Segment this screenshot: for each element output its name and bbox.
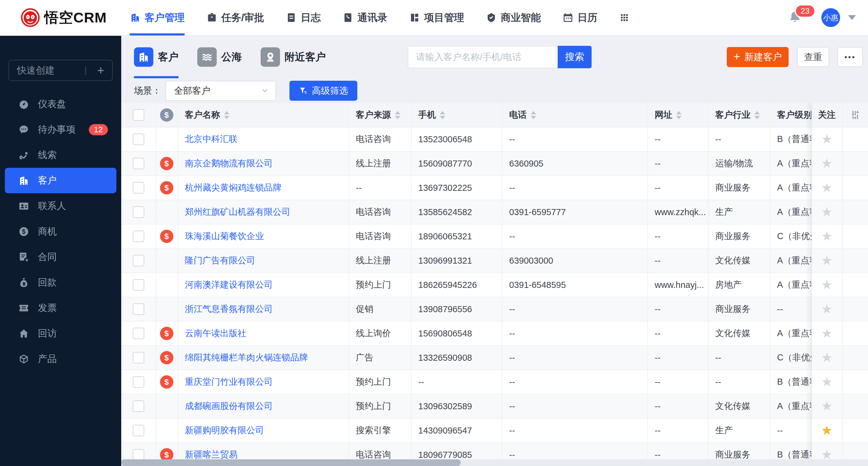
follow-star-icon[interactable]: ★ xyxy=(821,279,833,291)
follow-star-icon[interactable]: ★ xyxy=(821,206,833,219)
customer-name-link[interactable]: 新疆购明胶有限公司 xyxy=(185,425,264,437)
industry-cell: 生产 xyxy=(708,419,770,442)
follow-star-icon[interactable]: ★ xyxy=(821,303,833,316)
customer-name-link[interactable]: 杭州藏尖黄焖鸡连锁品牌 xyxy=(185,182,282,194)
row-checkbox[interactable] xyxy=(133,303,144,315)
nav-business-intelligence[interactable]: 商业智能 xyxy=(486,0,541,35)
deal-cell: $ xyxy=(155,395,178,418)
column-header-phone[interactable]: 电话 xyxy=(502,103,647,127)
sidebar-item-todo[interactable]: 待办事项 12 xyxy=(0,117,121,142)
tab-customers[interactable]: 客户 xyxy=(134,36,179,78)
follow-star-icon[interactable]: ★ xyxy=(821,254,833,267)
create-customer-button[interactable]: + 新建客户 xyxy=(727,47,788,67)
follow-star-icon[interactable]: ★ xyxy=(821,133,833,146)
tab-nearby-customers[interactable]: 附近客户 xyxy=(261,36,326,78)
phone-cell: 639003000 xyxy=(502,249,647,272)
column-header-industry[interactable]: 客户行业 xyxy=(708,103,770,127)
customer-name-link[interactable]: 河南澳洋建设有限公司 xyxy=(185,279,273,291)
row-checkbox[interactable] xyxy=(133,328,144,339)
nav-tasks-approvals[interactable]: 任务/审批 xyxy=(207,0,264,35)
nav-journal[interactable]: 日志 xyxy=(286,0,321,35)
source-cell: 预约上门 xyxy=(348,395,411,418)
nav-contacts-book[interactable]: 通讯录 xyxy=(342,0,387,35)
column-header-website[interactable]: 网址 xyxy=(647,103,708,127)
row-checkbox[interactable] xyxy=(133,182,144,194)
dedupe-button[interactable]: 查重 xyxy=(797,47,829,67)
quick-create-button[interactable]: 快速创建 | + xyxy=(8,60,113,81)
customers-tab-icon xyxy=(134,47,153,67)
search-input[interactable] xyxy=(408,46,558,68)
follow-star-icon[interactable]: ★ xyxy=(821,230,833,243)
row-checkbox[interactable] xyxy=(133,401,144,412)
follow-star-icon[interactable]: ★ xyxy=(821,157,833,170)
deal-cell: $ xyxy=(155,370,178,394)
sort-icon[interactable] xyxy=(531,111,536,119)
sidebar-item-contacts[interactable]: 联系人 xyxy=(0,193,121,219)
customer-name-link[interactable]: 新疆喀兰贸易 xyxy=(185,449,238,461)
row-checkbox[interactable] xyxy=(133,425,144,436)
user-menu-caret-icon[interactable] xyxy=(848,15,856,20)
sidebar-item-products[interactable]: 产品 xyxy=(0,346,121,372)
customer-name-link[interactable]: 云南午读出版社 xyxy=(185,327,246,340)
customer-name-link[interactable]: 重庆堂门竹业有限公司 xyxy=(185,376,273,388)
plus-icon[interactable]: + xyxy=(97,64,104,77)
sort-icon[interactable] xyxy=(395,111,400,119)
search-button[interactable]: 搜索 xyxy=(558,46,592,68)
column-header-source[interactable]: 客户来源 xyxy=(348,103,411,127)
advanced-filter-button[interactable]: 高级筛选 xyxy=(289,81,357,101)
follow-star-icon[interactable]: ★ xyxy=(821,424,833,437)
follow-star-icon[interactable]: ★ xyxy=(821,351,833,364)
more-actions-button[interactable]: ••• xyxy=(837,47,863,67)
nav-project-management[interactable]: 项目管理 xyxy=(409,0,464,35)
customer-name-link[interactable]: 郑州红旗矿山机器有限公司 xyxy=(185,206,290,218)
row-checkbox[interactable] xyxy=(133,158,144,169)
sidebar-item-receivables[interactable]: 回款 xyxy=(0,270,121,295)
customer-name-link[interactable]: 珠海溪山菊餐饮企业 xyxy=(185,230,264,242)
row-checkbox[interactable] xyxy=(133,206,144,218)
sort-icon[interactable] xyxy=(440,111,445,119)
sort-icon[interactable] xyxy=(754,111,760,119)
sidebar-item-opportunities[interactable]: 商机 xyxy=(0,219,121,244)
sidebar-item-revisits[interactable]: 回访 xyxy=(0,321,121,346)
sidebar-item-dashboard[interactable]: 仪表盘 xyxy=(0,91,121,117)
sidebar: 快速创建 | + 仪表盘 待办事项 12 线索 客户 联系人 商机 xyxy=(0,36,121,466)
sidebar-item-customers[interactable]: 客户 xyxy=(5,168,116,193)
follow-star-icon[interactable]: ★ xyxy=(821,376,833,388)
column-header-level[interactable]: 客户级别 xyxy=(770,103,811,127)
sidebar-item-invoices[interactable]: 发票 xyxy=(0,295,121,321)
nav-customer-management[interactable]: 客户管理 xyxy=(130,0,185,35)
tab-public-pool[interactable]: 公海 xyxy=(197,36,242,78)
column-header-name[interactable]: 客户名称 xyxy=(178,103,348,127)
sidebar-item-contracts[interactable]: 合同 xyxy=(0,244,121,270)
customer-name-link[interactable]: 南京企鹅物流有限公司 xyxy=(185,157,273,170)
customer-name-link[interactable]: 浙江气息香氛有限公司 xyxy=(185,303,273,315)
row-checkbox[interactable] xyxy=(133,255,144,266)
row-checkbox[interactable] xyxy=(133,231,144,242)
sort-icon[interactable] xyxy=(676,111,682,119)
row-end-cell xyxy=(842,127,868,151)
row-checkbox[interactable] xyxy=(133,352,144,363)
customer-name-link[interactable]: 绵阳其纯栅栏羊肉火锅连锁品牌 xyxy=(185,352,308,364)
column-header-mobile[interactable]: 手机 xyxy=(411,103,502,127)
scene-select[interactable]: 全部客户 xyxy=(165,81,276,101)
customer-name-link[interactable]: 北京中科汇联 xyxy=(185,133,238,145)
row-checkbox[interactable] xyxy=(133,449,144,461)
select-all-checkbox[interactable] xyxy=(133,109,144,121)
customer-name-link[interactable]: 成都碗画股份有限公司 xyxy=(185,400,273,412)
apps-grid-button[interactable] xyxy=(619,0,629,35)
row-end-cell xyxy=(842,346,868,370)
row-checkbox[interactable] xyxy=(133,376,144,388)
sidebar-item-leads[interactable]: 线索 xyxy=(0,142,121,168)
user-avatar[interactable]: 小惠 xyxy=(821,8,840,27)
follow-star-icon[interactable]: ★ xyxy=(821,181,833,194)
nav-calendar[interactable]: 日历 xyxy=(562,0,597,35)
customer-name-link[interactable]: 隆门广告有限公司 xyxy=(185,255,255,267)
notifications-button[interactable]: 23 xyxy=(788,10,802,26)
row-checkbox[interactable] xyxy=(133,279,144,291)
follow-star-icon[interactable]: ★ xyxy=(821,400,833,413)
row-checkbox[interactable] xyxy=(133,134,144,145)
sort-icon[interactable] xyxy=(224,111,229,119)
column-settings-button[interactable] xyxy=(842,103,868,127)
scrollbar-thumb[interactable] xyxy=(121,459,461,466)
follow-star-icon[interactable]: ★ xyxy=(821,327,833,340)
